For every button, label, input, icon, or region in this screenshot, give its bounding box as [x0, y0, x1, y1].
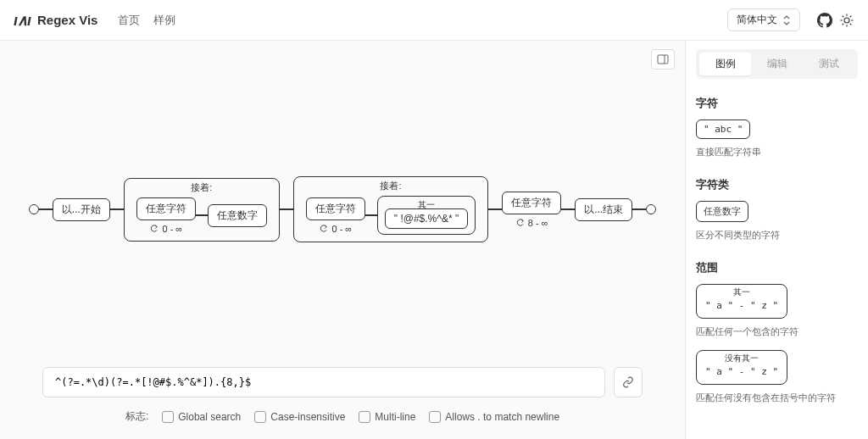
tab-test[interactable]: 测试: [803, 53, 854, 75]
flag-global[interactable]: Global search: [162, 411, 241, 423]
app-title: Regex Vis: [37, 13, 97, 27]
nav-samples[interactable]: 样例: [153, 13, 175, 28]
group-label: 接着:: [125, 181, 279, 194]
flag-label: Global search: [178, 411, 241, 423]
group-label: 接着:: [294, 180, 487, 192]
chevron-updown-icon: [782, 14, 791, 26]
section-desc: 区分不同类型的字符: [696, 229, 858, 242]
flag-multiline[interactable]: Multi-line: [359, 411, 415, 423]
section-title: 字符类: [696, 177, 858, 192]
connector: [561, 208, 575, 210]
tab-legend[interactable]: 图例: [699, 53, 751, 75]
lookahead-group-2[interactable]: 接着: 任意字符 0 - ∞ 其一 " !@#$.%^&* ": [293, 176, 488, 242]
theme-toggle-icon[interactable]: [839, 13, 854, 28]
quantifier: 8 - ∞: [515, 218, 548, 228]
section-title: 范围: [696, 260, 858, 275]
range-content: " a " - " z ": [705, 300, 778, 311]
example-charclass: 任意数字: [696, 201, 748, 222]
logo: ı∧ı: [14, 11, 31, 30]
example-range-noneof: 没有其一 " a " - " z ": [696, 350, 787, 385]
section-title: 字符: [696, 96, 858, 111]
svg-rect-9: [658, 55, 668, 64]
quantifier: 0 - ∞: [319, 224, 352, 234]
range-label: 没有其一: [697, 353, 787, 364]
share-link-button[interactable]: [614, 367, 643, 397]
checkbox[interactable]: [254, 411, 266, 423]
connector: [39, 208, 53, 210]
language-label: 简体中文: [737, 13, 777, 27]
connector: [488, 208, 502, 210]
svg-line-7: [843, 23, 844, 25]
lookahead-group-1[interactable]: 接着: 任意字符 0 - ∞ 任意数字: [124, 178, 280, 242]
legend-section-charclass: 字符类 任意数字 区分不同类型的字符: [696, 177, 858, 242]
repeat-icon: [319, 224, 328, 233]
repeat-icon: [515, 218, 525, 227]
section-desc: 匹配任何没有包含在括号中的字符: [696, 392, 858, 404]
start-circle: [29, 204, 39, 214]
svg-line-5: [843, 15, 844, 17]
legend-section-char: 字符 " abc " 直接匹配字符串: [696, 96, 858, 158]
github-icon[interactable]: [817, 13, 832, 28]
range-label: 其一: [697, 286, 787, 298]
connector: [110, 208, 124, 210]
node-anydigit[interactable]: 任意数字: [208, 204, 267, 227]
flag-case-insensitive[interactable]: Case-insensitive: [254, 411, 345, 423]
sidebar-tabs: 图例 编辑 测试: [696, 49, 858, 79]
section-desc: 直接匹配字符串: [696, 146, 858, 158]
nav-home[interactable]: 首页: [118, 13, 140, 28]
panel-icon: [657, 53, 669, 65]
node-anychar[interactable]: 任意字符: [306, 197, 365, 220]
panel-toggle-button[interactable]: [651, 49, 675, 69]
canvas: 以...开始 接着: 任意字符 0 - ∞ 任意数字: [0, 41, 685, 439]
connector: [280, 208, 293, 210]
sidebar: 图例 编辑 测试 字符 " abc " 直接匹配字符串 字符类 任意数字 区分不…: [685, 41, 868, 439]
flag-label: Allows . to match newline: [445, 411, 559, 423]
node-start-anchor[interactable]: 以...开始: [53, 198, 110, 221]
tab-edit[interactable]: 编辑: [751, 53, 803, 75]
node-anychar[interactable]: 任意字符: [502, 192, 561, 214]
regex-input[interactable]: [42, 367, 605, 397]
end-circle: [646, 204, 656, 214]
flag-label: Multi-line: [375, 411, 415, 423]
example-char: " abc ": [696, 119, 750, 139]
charclass-group[interactable]: 其一 " !@#$.%^&* ": [377, 196, 476, 235]
svg-line-6: [850, 23, 852, 25]
checkbox[interactable]: [429, 411, 441, 423]
section-desc: 匹配任何一个包含的字符: [696, 325, 858, 338]
flag-dotall[interactable]: Allows . to match newline: [429, 411, 559, 423]
quantifier: 0 - ∞: [149, 224, 182, 234]
checkbox[interactable]: [359, 411, 370, 423]
connector: [365, 214, 377, 216]
range-content: " a " - " z ": [705, 366, 778, 377]
regex-diagram[interactable]: 以...开始 接着: 任意字符 0 - ∞ 任意数字: [29, 176, 656, 242]
flags-label: 标志:: [125, 409, 148, 424]
sub-label: 其一: [378, 199, 475, 211]
connector: [196, 214, 208, 216]
svg-point-0: [844, 18, 849, 23]
node-end-anchor[interactable]: 以...结束: [575, 198, 632, 221]
legend-section-range: 范围 其一 " a " - " z " 匹配任何一个包含的字符 没有其一 " a…: [696, 260, 858, 404]
repeat-icon: [149, 224, 159, 233]
checkbox[interactable]: [162, 411, 174, 423]
node-special-chars[interactable]: " !@#$.%^&* ": [385, 208, 468, 229]
language-select[interactable]: 简体中文: [727, 8, 800, 31]
flag-label: Case-insensitive: [270, 411, 345, 423]
link-icon: [622, 376, 634, 388]
example-range-oneof: 其一 " a " - " z ": [696, 284, 787, 319]
node-anychar[interactable]: 任意字符: [136, 197, 196, 220]
connector: [632, 208, 646, 210]
svg-line-8: [850, 15, 852, 17]
